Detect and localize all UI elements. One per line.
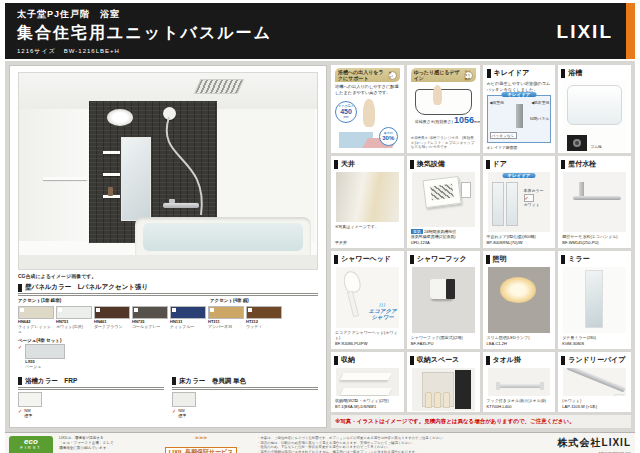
product-box-bathtub: 浴槽 ゴム栓 — [558, 65, 631, 153]
swatch-chip — [94, 306, 130, 319]
rubber-plug-inset — [567, 135, 587, 151]
faucet-photo — [563, 172, 626, 232]
tub-color-section: 浴槽カラー FRP ✓NW標準 — [18, 377, 164, 418]
swatch-chip — [172, 392, 196, 407]
mirror-photo — [563, 267, 626, 333]
kirei-door-diagram: キレイドア ◀浴室側 ◀脱衣室側 樹脂パネル パッキンなし — [487, 95, 552, 143]
wall-light — [107, 109, 133, 126]
check-mark: ✓ — [525, 195, 529, 201]
bathroom-render-photo — [18, 72, 318, 270]
orange-accent-stripe — [626, 3, 635, 59]
towel-bar — [43, 177, 87, 180]
kirei-door-badge: キレイドア — [502, 173, 535, 178]
size-label: 1216サイズ — [17, 48, 56, 54]
swatch-chip — [132, 306, 168, 319]
main-content: CG合成によるイメージ画像です。 壁パネルカラー Lパネルアクセント張り アクセ… — [5, 61, 635, 432]
bottle — [108, 187, 113, 196]
eco-first-badge: eco FIRST — [9, 436, 53, 453]
swatch-chip — [208, 306, 244, 319]
color-swatch: HN642ライトグレイッシュ — [18, 306, 54, 334]
color-swatch: HN751ホワイト(光沢) — [56, 306, 92, 334]
vent-remote — [461, 182, 471, 198]
section-bar — [487, 69, 491, 78]
page-title: 集合住宅用ユニットバスルーム — [17, 23, 621, 44]
wall-faucet — [163, 203, 199, 208]
wall-panel-color-section: 壁パネルカラー Lパネルアクセント張り アクセント(1面 鏡面) アクセント(4… — [18, 283, 318, 370]
shelf — [103, 173, 120, 176]
towel-bar-shape — [496, 384, 544, 388]
door-color-picker: 本体カラー ✓ ホワイト — [524, 188, 544, 207]
ceiling-photo — [336, 172, 399, 222]
spec-sheet-page: 太子堂PJ住戸階 浴室 集合住宅用ユニットバスルーム 1216サイズBW-121… — [0, 0, 640, 453]
hook-clamp — [446, 279, 455, 299]
product-box-storage-shelf: 収納 収納棚(W2型・ホワイト)(2段)BT-1(BSA-W)-DS/NW1 — [331, 352, 404, 412]
faucet-spout — [573, 196, 621, 200]
person-figure — [363, 99, 375, 127]
swatch-chip — [246, 306, 282, 319]
callout-30pct: 最大約30% — [379, 127, 398, 146]
mirror — [121, 137, 151, 221]
color-swatch: HN735ゴールドグレー — [132, 306, 168, 334]
product-box-shower-head: シャワーヘッド )))エコアクアシャワー エコアクアシャワーヘッド(ホワイト)B… — [331, 251, 404, 349]
shelf-shape — [340, 388, 392, 395]
door-panel — [506, 182, 518, 226]
vent-unit — [422, 176, 461, 208]
swatch-chip — [25, 344, 65, 359]
floor — [19, 255, 317, 269]
eco-aqua-logo: )))エコアクアシャワー — [369, 303, 397, 319]
plug-label: ゴム栓 — [590, 144, 602, 149]
footer: eco FIRST LIXILは、環境省が認定する 「エコ・ファースト企業」とし… — [5, 432, 635, 453]
lamp-shape — [500, 277, 536, 303]
color-swatch: HN131ナイトブルー — [170, 306, 206, 334]
light-photo — [488, 267, 551, 333]
color-swatch: HT311アンバー木目 — [208, 306, 244, 334]
red-notice: ※写真・イラストはイメージです。見積内容とは異なる場合がありますので、ご注意くだ… — [331, 415, 631, 428]
floor-color-title: 床カラー 巻貝調 単色 — [179, 377, 246, 386]
lixil-logo: LIXIL — [557, 21, 613, 43]
feature-box-kirei-door: キレイドア カビの発生しやすい浴室側のゴムパッキンをなくしました。 キレイドア … — [483, 65, 556, 153]
storage-space-photo — [412, 368, 475, 411]
bathtub-photo: ゴム栓 — [563, 81, 626, 152]
check-mark: ✓ — [18, 408, 22, 418]
pipe-shape — [567, 368, 626, 392]
kirei-door-pill: キレイドア — [501, 92, 536, 97]
sub-swatch-label: ベージュ(4面 セット) — [18, 338, 318, 343]
towel-bar-photo — [488, 368, 551, 396]
tub-shape — [567, 85, 622, 125]
warranty-badge: ≫≫≫ LIXIL 長期保証サービス 詳細は納品時仕様書で確認ください — [151, 436, 251, 453]
product-box-mirror: ミラー タテ長ミラー(280)KGM-3080S — [558, 251, 631, 349]
section-bar — [18, 377, 22, 385]
product-box-ceiling: 天井 ※写真はイメージです。平天井 — [331, 156, 404, 248]
product-grid: 浴槽への出入りをラクにサポートラク! 浴槽への出入りのしやすさに配慮したまたぎや… — [331, 65, 631, 428]
feature-badge: ユッタリ気分 — [464, 71, 473, 80]
product-box-towel-bar: タオル掛 フック付きタオル掛け(タオル掛)KT700H-L400 — [483, 352, 556, 412]
bath-water — [143, 223, 303, 251]
tub-outline — [415, 89, 472, 115]
door-photo: キレイドア 本体カラー ✓ ホワイト — [488, 172, 551, 232]
dark-panel — [455, 370, 471, 409]
section-bar — [172, 377, 176, 385]
photo-caption: CG合成によるイメージ画像です。 — [18, 273, 318, 279]
model-number: BW-1216LBE+H — [64, 48, 120, 54]
product-box-faucet: 壁付水栓 壁付サーモ水栓(エコハンドル)BF-WM145(250-PU) — [558, 156, 631, 248]
shower-hook-photo — [412, 267, 475, 333]
color-swatch: HN461ダークブラウン — [94, 306, 130, 334]
shower-head-photo: )))エコアクアシャワー — [336, 267, 399, 328]
swatch-chip — [18, 306, 54, 319]
swatch-group2-label: アクセント(4面 柄) — [210, 298, 249, 303]
swatch-group1-label: アクセント(1面 鏡面) — [18, 298, 61, 303]
eco-first-text: LIXILは、環境省が認定する 「エコ・ファースト企業」として 環境保全に取り組… — [59, 436, 145, 451]
swatch-chip — [170, 306, 206, 319]
shelf-shape — [340, 373, 392, 380]
color-swatch: HT312ウッディ — [246, 306, 282, 334]
section-bar — [18, 284, 22, 292]
product-box-storage-space: 収納スペース — [407, 352, 480, 412]
mirror-shape — [585, 270, 603, 328]
shelf — [103, 151, 120, 154]
entry-support-illustration: またぎ高さ450mm 最大約30% — [335, 97, 400, 150]
product-box-shower-hook: シャワーフック シャワーフック(固定式)(2個)BF-FA35-PU — [407, 251, 480, 349]
laundry-pipe-photo — [563, 368, 626, 396]
product-box-door: ドア キレイドア 本体カラー ✓ ホワイト 中折れドア(I型仕様)(800幅)B… — [483, 156, 556, 248]
section-bar — [561, 69, 565, 78]
door-panel — [492, 182, 504, 226]
